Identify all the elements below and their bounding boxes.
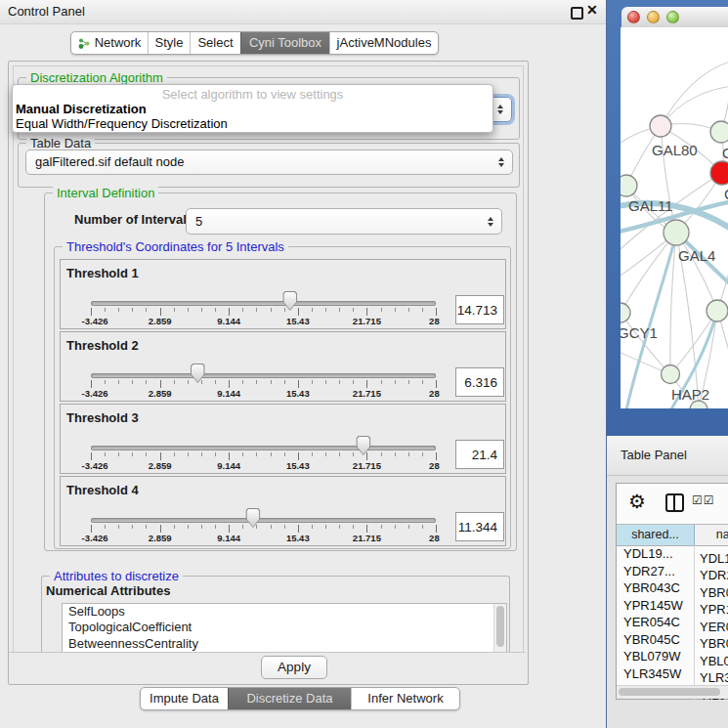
close-icon[interactable]: ✕	[586, 2, 598, 18]
threshold-value-field[interactable]: 6.316	[455, 367, 504, 397]
table-body: YDL19...YDL1 YDR27...YDR2 YBR043CYBR0 YP…	[617, 545, 728, 700]
tab-select[interactable]: Select	[190, 32, 240, 54]
cell-shared-name[interactable]: YER054C	[617, 614, 695, 631]
node-right[interactable]	[707, 300, 728, 321]
group-title-discretization-algorithm: Discretization Algorithm	[26, 70, 167, 85]
numerical-attributes-list[interactable]: SelfLoops TopologicalCoefficient Between…	[62, 603, 507, 653]
slider-track[interactable]	[91, 373, 436, 378]
network-canvas[interactable]: GAL80 GAL11 GAL4 GCY1 HAP2 G C	[621, 27, 728, 408]
slider-ticks-major	[91, 380, 437, 388]
slider-thumb[interactable]	[245, 508, 260, 528]
network-window-titlebar[interactable]	[621, 7, 728, 28]
table-row[interactable]: YDR27...YDR2	[617, 563, 728, 580]
slider-track[interactable]	[91, 301, 436, 306]
number-of-intervals-value: 5	[195, 209, 202, 234]
slider-track[interactable]	[91, 518, 436, 523]
tick-label: 9.144	[217, 316, 240, 326]
node-hap2[interactable]	[662, 365, 680, 384]
column-layout-icon[interactable]	[665, 493, 684, 512]
cell-shared-name[interactable]: YDR27...	[617, 563, 695, 580]
slider-thumb[interactable]	[191, 364, 205, 383]
threshold-value-field[interactable]: 21.4	[455, 440, 504, 469]
node-top-right[interactable]	[710, 121, 728, 143]
cell-shared-name[interactable]: YBL079W	[617, 648, 695, 665]
threshold-value-field[interactable]: 14.713	[455, 295, 504, 324]
node-label-gal11: GAL11	[628, 197, 673, 214]
horizontal-scrollbar[interactable]	[617, 685, 728, 699]
slider-thumb[interactable]	[356, 436, 370, 455]
table-data-value: galFiltered.sif default node	[35, 150, 184, 174]
table-row[interactable]: YBR045CYBR0	[617, 631, 728, 649]
slider-tick-labels: -3.426 2.859 9.144 15.43 21.715 28	[91, 388, 436, 399]
numerical-attributes-heading: Numerical Attributes	[46, 583, 170, 598]
tab-label: Network	[95, 32, 142, 54]
tick-label: 15.43	[286, 388, 310, 399]
node-gal80[interactable]	[650, 115, 671, 137]
tick-label: 9.144	[217, 388, 240, 399]
tab-cyni-toolbox[interactable]: Cyni Toolbox	[240, 32, 329, 54]
tab-label: Style	[155, 32, 184, 54]
cell-shared-name[interactable]: YBR045C	[617, 631, 695, 649]
float-window-icon[interactable]	[571, 7, 583, 20]
table-row[interactable]: YLR345WYLR3	[617, 665, 728, 683]
minimize-traffic-light-icon[interactable]	[647, 11, 660, 23]
tab-style[interactable]: Style	[148, 32, 190, 54]
column-header-shared-name[interactable]: shared...	[617, 525, 695, 545]
list-item[interactable]: TopologicalCoefficient	[63, 620, 506, 635]
tick-label: 28	[429, 388, 440, 399]
table-data-combobox[interactable]: galFiltered.sif default node	[25, 150, 513, 175]
list-item[interactable]: BetweennessCentrality	[63, 636, 506, 652]
list-item[interactable]: SelfLoops	[63, 604, 506, 620]
list-scrollbar[interactable]	[493, 604, 506, 652]
apply-button[interactable]: Apply	[261, 656, 327, 679]
table-row[interactable]: YER054CYER0	[617, 614, 728, 631]
tick-label: 2.859	[149, 388, 172, 399]
table-row[interactable]: YDL19...YDL1	[617, 545, 728, 563]
tab-infer-network[interactable]: Infer Network	[351, 688, 459, 709]
tick-label: 15.43	[286, 460, 310, 471]
tab-label: Infer Network	[367, 688, 443, 709]
close-traffic-light-icon[interactable]	[627, 11, 640, 23]
cell-shared-name[interactable]: YLR345W	[617, 665, 695, 683]
tab-impute-data[interactable]: Impute Data	[141, 688, 228, 709]
tab-label: Discretize Data	[246, 688, 332, 709]
node-gcy1[interactable]	[621, 303, 630, 322]
node-label-partial-c: C	[724, 186, 728, 202]
tick-label: 21.715	[353, 460, 381, 471]
threshold-slider[interactable]: -3.426 2.859 9.144 15.43 21.715 28	[91, 405, 436, 473]
tab-label: Cyni Toolbox	[249, 32, 321, 54]
scrollbar-thumb[interactable]	[496, 606, 504, 647]
slider-ticks-major	[91, 308, 437, 316]
cell-shared-name[interactable]: YBR043C	[617, 579, 695, 597]
cell-shared-name[interactable]: YPR145W	[617, 597, 695, 615]
select-columns-icon[interactable]: ☑☑	[692, 493, 715, 507]
column-header-name[interactable]: name	[695, 525, 728, 545]
tick-label: -3.426	[82, 316, 108, 326]
tab-discretize-data[interactable]: Discretize Data	[228, 688, 351, 709]
scrollbar-thumb[interactable]	[619, 688, 720, 696]
number-of-intervals-spinner[interactable]: 5	[186, 208, 502, 235]
spinner-arrows-icon	[488, 217, 493, 227]
node-gal11[interactable]	[621, 175, 637, 196]
node-label-gal80: GAL80	[652, 142, 698, 158]
threshold-slider[interactable]: -3.426 2.859 9.144 15.43 21.715 28	[91, 477, 436, 545]
tab-network[interactable]: Network	[71, 32, 148, 54]
algorithm-dropdown-popup: Select algorithm to view settings Manual…	[12, 84, 493, 133]
popup-option-manual-discretization[interactable]: Manual Discretization	[16, 102, 147, 116]
table-row[interactable]: YPR145WYPR1	[617, 597, 728, 615]
table-panel-title: Table Panel	[621, 436, 687, 475]
threshold-value-field[interactable]: 11.344	[455, 512, 504, 541]
popup-option-equal-width-frequency[interactable]: Equal Width/Frequency Discretization	[16, 116, 228, 131]
slider-thumb[interactable]	[282, 291, 297, 311]
node-red-selected[interactable]	[710, 161, 728, 185]
table-row[interactable]: YBL079WYBL0	[617, 648, 728, 665]
gear-icon[interactable]: ⚙	[628, 490, 646, 513]
node-gal4[interactable]	[664, 220, 689, 245]
zoom-traffic-light-icon[interactable]	[666, 11, 679, 23]
table-row[interactable]: YBR043CYBR0	[617, 579, 728, 597]
threshold-slider[interactable]: -3.426 2.859 9.144 15.43 21.715 28	[91, 260, 436, 328]
cell-shared-name[interactable]: YDL19...	[617, 545, 695, 563]
tab-jactivemnodules[interactable]: jActiveMNodules	[329, 32, 438, 54]
slider-track[interactable]	[91, 446, 436, 450]
threshold-slider[interactable]: -3.426 2.859 9.144 15.43 21.715 28	[91, 332, 436, 401]
